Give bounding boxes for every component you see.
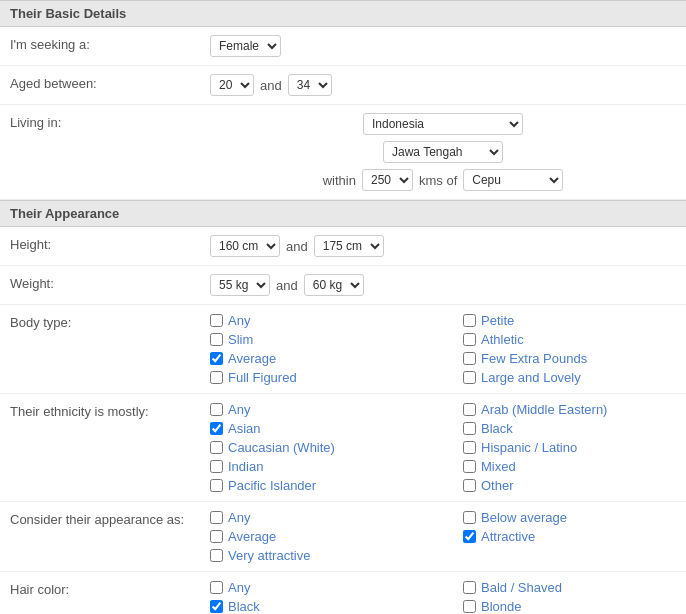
appearance-very-attractive-checkbox[interactable]	[210, 549, 223, 562]
body-type-athletic-checkbox[interactable]	[463, 333, 476, 346]
aged-between-label: Aged between:	[10, 74, 210, 91]
consider-appearance-label: Consider their appearance as:	[10, 510, 210, 527]
ethnicity-indian-checkbox[interactable]	[210, 460, 223, 473]
ethnicity-caucasian-checkbox[interactable]	[210, 441, 223, 454]
height-label: Height:	[10, 235, 210, 252]
body-type-slim-checkbox[interactable]	[210, 333, 223, 346]
kms-select[interactable]: 50100150200250300	[362, 169, 413, 191]
body-type-petite: Petite	[463, 313, 676, 328]
ethnicity-hispanic-checkbox[interactable]	[463, 441, 476, 454]
hair-color-blonde: Blonde	[463, 599, 676, 614]
body-type-any-label: Any	[228, 313, 250, 328]
living-in-row: Living in: Indonesia Malaysia Singapore …	[0, 105, 686, 200]
body-type-petite-label: Petite	[481, 313, 514, 328]
body-type-few-extra-checkbox[interactable]	[463, 352, 476, 365]
ethnicity-caucasian: Caucasian (White)	[210, 440, 423, 455]
appearance-attractive-checkbox[interactable]	[463, 530, 476, 543]
appearance-any-checkbox[interactable]	[210, 511, 223, 524]
body-type-any-checkbox[interactable]	[210, 314, 223, 327]
height-content: 150 cm155 cm160 cm165 cm170 cm and 165 c…	[210, 235, 676, 257]
body-type-label: Body type:	[10, 313, 210, 330]
body-type-slim-label: Slim	[228, 332, 253, 347]
weight-to-select[interactable]: 55 kg60 kg65 kg70 kg75 kg	[304, 274, 364, 296]
appearance-average: Average	[210, 529, 423, 544]
seeking-select[interactable]: Female Male Either	[210, 35, 281, 57]
region-row: Jawa Tengah Jawa Barat Jawa Timur	[383, 141, 503, 163]
hair-color-any-label: Any	[228, 580, 250, 595]
ethnicity-indian-label: Indian	[228, 459, 263, 474]
within-label: within	[323, 173, 356, 188]
consider-appearance-content: Any Below average Average Attractive Ver…	[210, 510, 676, 563]
body-type-full-figured-checkbox[interactable]	[210, 371, 223, 384]
body-type-content: Any Petite Slim Athletic Average	[210, 313, 676, 385]
appearance-attractive: Attractive	[463, 529, 676, 544]
aged-to-select[interactable]: 303132333435	[288, 74, 332, 96]
appearance-below-average-label: Below average	[481, 510, 567, 525]
ethnicity-pacific-label: Pacific Islander	[228, 478, 316, 493]
body-type-row: Body type: Any Petite Slim Athletic	[0, 305, 686, 394]
ethnicity-content: Any Arab (Middle Eastern) Asian Black Ca…	[210, 402, 676, 493]
consider-appearance-grid: Any Below average Average Attractive Ver…	[210, 510, 676, 563]
ethnicity-other-label: Other	[481, 478, 514, 493]
consider-appearance-row: Consider their appearance as: Any Below …	[0, 502, 686, 572]
kms-label: kms of	[419, 173, 457, 188]
ethnicity-asian-label: Asian	[228, 421, 261, 436]
ethnicity-other-checkbox[interactable]	[463, 479, 476, 492]
hair-color-black-label: Black	[228, 599, 260, 614]
body-type-petite-checkbox[interactable]	[463, 314, 476, 327]
city-select[interactable]: Cepu Semarang Solo	[463, 169, 563, 191]
aged-from-select[interactable]: 1819202122	[210, 74, 254, 96]
appearance-below-average: Below average	[463, 510, 676, 525]
weight-from-select[interactable]: 45 kg50 kg55 kg60 kg65 kg	[210, 274, 270, 296]
weight-label: Weight:	[10, 274, 210, 291]
living-in-label: Living in:	[10, 113, 210, 130]
appearance-header: Their Appearance	[0, 200, 686, 227]
basic-details-section: Their Basic Details I'm seeking a: Femal…	[0, 0, 686, 200]
appearance-below-average-checkbox[interactable]	[463, 511, 476, 524]
ethnicity-mixed-label: Mixed	[481, 459, 516, 474]
body-type-few-extra-label: Few Extra Pounds	[481, 351, 587, 366]
body-type-average-label: Average	[228, 351, 276, 366]
seeking-row: I'm seeking a: Female Male Either	[0, 27, 686, 66]
body-type-average-checkbox[interactable]	[210, 352, 223, 365]
hair-color-content: Any Bald / Shaved Black Blonde	[210, 580, 676, 614]
height-to-select[interactable]: 165 cm170 cm175 cm180 cm185 cm	[314, 235, 384, 257]
ethnicity-row: Their ethnicity is mostly: Any Arab (Mid…	[0, 394, 686, 502]
region-select[interactable]: Jawa Tengah Jawa Barat Jawa Timur	[383, 141, 503, 163]
ethnicity-black-checkbox[interactable]	[463, 422, 476, 435]
hair-color-black-checkbox[interactable]	[210, 600, 223, 613]
ethnicity-black-label: Black	[481, 421, 513, 436]
basic-details-header: Their Basic Details	[0, 0, 686, 27]
appearance-any-label: Any	[228, 510, 250, 525]
ethnicity-arab-checkbox[interactable]	[463, 403, 476, 416]
ethnicity-pacific-checkbox[interactable]	[210, 479, 223, 492]
body-type-full-figured-label: Full Figured	[228, 370, 297, 385]
km-row: within 50100150200250300 kms of Cepu Sem…	[323, 169, 564, 191]
hair-color-any-checkbox[interactable]	[210, 581, 223, 594]
ethnicity-grid: Any Arab (Middle Eastern) Asian Black Ca…	[210, 402, 676, 493]
body-type-slim: Slim	[210, 332, 423, 347]
ethnicity-any-checkbox[interactable]	[210, 403, 223, 416]
body-type-few-extra: Few Extra Pounds	[463, 351, 676, 366]
living-in-content: Indonesia Malaysia Singapore Jawa Tengah…	[210, 113, 676, 191]
ethnicity-caucasian-label: Caucasian (White)	[228, 440, 335, 455]
hair-color-black: Black	[210, 599, 423, 614]
ethnicity-arab: Arab (Middle Eastern)	[463, 402, 676, 417]
height-row: Height: 150 cm155 cm160 cm165 cm170 cm a…	[0, 227, 686, 266]
hair-color-bald: Bald / Shaved	[463, 580, 676, 595]
country-select[interactable]: Indonesia Malaysia Singapore	[363, 113, 523, 135]
hair-color-row: Hair color: Any Bald / Shaved Black	[0, 572, 686, 614]
ethnicity-asian-checkbox[interactable]	[210, 422, 223, 435]
appearance-very-attractive-label: Very attractive	[228, 548, 310, 563]
hair-color-blonde-checkbox[interactable]	[463, 600, 476, 613]
appearance-average-checkbox[interactable]	[210, 530, 223, 543]
seeking-content: Female Male Either	[210, 35, 676, 57]
aged-between-row: Aged between: 1819202122 and 30313233343…	[0, 66, 686, 105]
ethnicity-indian: Indian	[210, 459, 423, 474]
body-type-large-lovely-checkbox[interactable]	[463, 371, 476, 384]
hair-color-bald-label: Bald / Shaved	[481, 580, 562, 595]
hair-color-bald-checkbox[interactable]	[463, 581, 476, 594]
ethnicity-mixed-checkbox[interactable]	[463, 460, 476, 473]
height-from-select[interactable]: 150 cm155 cm160 cm165 cm170 cm	[210, 235, 280, 257]
ethnicity-label: Their ethnicity is mostly:	[10, 402, 210, 419]
